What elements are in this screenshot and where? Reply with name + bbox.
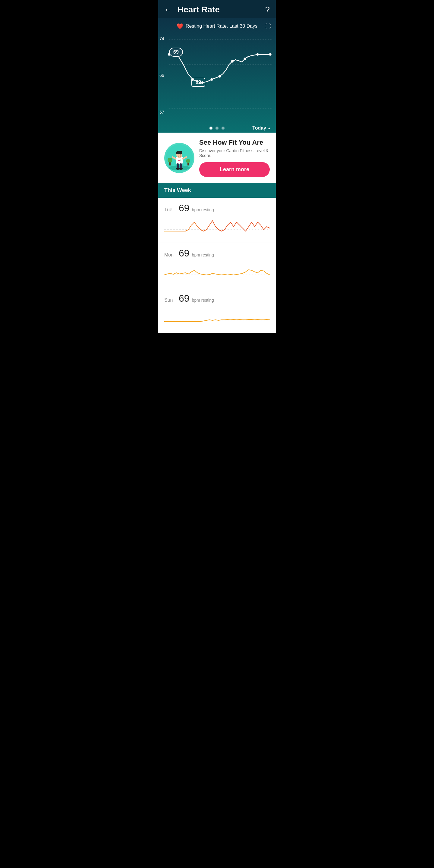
day-row-tue[interactable]: Tue 69 bpm resting — [158, 198, 276, 243]
expand-icon[interactable]: ⛶ — [266, 23, 271, 30]
tooltip-low: 62 — [191, 78, 205, 87]
header: ← Heart Rate ? — [158, 0, 276, 18]
chart-legend: ❤️ Resting Heart Rate, Last 30 Days ⛶ — [158, 23, 276, 30]
day-chart-mon — [164, 261, 270, 285]
day-unit-mon: bpm resting — [192, 253, 214, 257]
day-bpm-mon: 69 — [179, 248, 190, 259]
tooltip-start: 69 — [169, 48, 183, 57]
day-chart-sun — [164, 307, 270, 331]
cardio-fitness-card: ♥ + See How Fit You Are Discover yo — [158, 133, 276, 183]
cardio-text-area: See How Fit You Are Discover your Cardio… — [199, 138, 270, 177]
svg-text:+: + — [180, 159, 181, 161]
this-week-header: This Week — [158, 183, 276, 198]
svg-point-9 — [244, 58, 246, 60]
dot-3[interactable] — [221, 127, 224, 130]
pagination-dots: Today ▲ — [158, 124, 276, 133]
day-unit-sun: bpm resting — [192, 298, 214, 303]
svg-point-31 — [179, 168, 183, 170]
day-name-tue: Tue — [164, 207, 176, 213]
svg-point-25 — [180, 154, 181, 155]
dot-2[interactable] — [216, 127, 218, 130]
day-bpm-sun: 69 — [179, 293, 190, 304]
day-header-tue: Tue 69 bpm resting — [164, 203, 270, 214]
svg-point-10 — [256, 53, 258, 56]
legend-label: Resting Heart Rate, Last 30 Days — [186, 24, 257, 29]
help-button[interactable]: ? — [265, 5, 270, 14]
chart-svg — [169, 33, 273, 115]
y-label-mid: 66 — [159, 73, 170, 78]
svg-point-11 — [269, 53, 271, 56]
heart-icon: ❤️ — [177, 23, 183, 30]
svg-point-7 — [218, 75, 221, 78]
cardio-avatar: ♥ + — [164, 143, 194, 173]
day-header-mon: Mon 69 bpm resting — [164, 248, 270, 259]
svg-point-13 — [169, 165, 190, 170]
svg-point-15 — [167, 158, 173, 162]
back-button[interactable]: ← — [164, 5, 175, 14]
cardio-description: Discover your Cardio Fitness Level & Sco… — [199, 148, 270, 158]
y-label-top: 74 — [159, 36, 170, 41]
day-row-mon[interactable]: Mon 69 bpm resting — [158, 243, 276, 288]
day-name-sun: Sun — [164, 298, 176, 303]
day-bpm-tue: 69 — [179, 203, 190, 214]
y-axis-labels: 74 66 57 — [158, 33, 170, 124]
dot-1[interactable] — [210, 127, 213, 130]
day-unit-tue: bpm resting — [192, 207, 214, 212]
chart-section: ❤️ Resting Heart Rate, Last 30 Days ⛶ 74… — [158, 18, 276, 133]
svg-rect-23 — [176, 152, 182, 154]
today-arrow-icon: ▲ — [267, 126, 271, 130]
page-title: Heart Rate — [178, 5, 265, 14]
day-header-sun: Sun 69 bpm resting — [164, 293, 270, 304]
today-label: Today ▲ — [252, 125, 271, 131]
cardio-title: See How Fit You Are — [199, 138, 270, 147]
day-rows: Tue 69 bpm resting Mon — [158, 198, 276, 333]
svg-point-6 — [210, 79, 213, 81]
day-row-sun[interactable]: Sun 69 bpm resting — [158, 288, 276, 333]
y-label-bot: 57 — [159, 110, 170, 115]
svg-point-8 — [231, 60, 234, 62]
day-chart-tue — [164, 216, 270, 240]
chart-svg-wrapper — [169, 33, 273, 115]
learn-more-button[interactable]: Learn more — [199, 162, 270, 177]
day-name-mon: Mon — [164, 252, 176, 258]
avatar-illustration: ♥ + — [166, 144, 193, 172]
svg-point-17 — [186, 159, 190, 163]
this-week-title: This Week — [164, 187, 270, 193]
chart-area: 74 66 57 — [158, 33, 276, 124]
svg-point-24 — [178, 154, 179, 155]
